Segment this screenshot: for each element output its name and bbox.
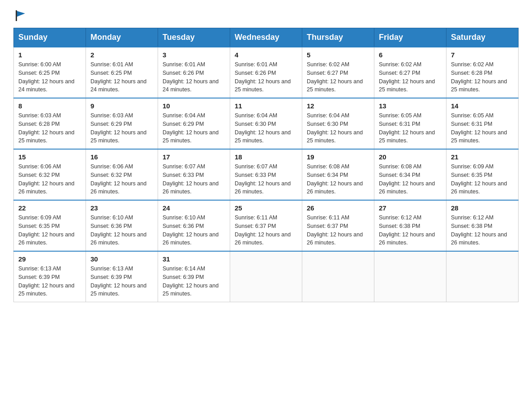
day-info: Sunrise: 6:07 AM Sunset: 6:33 PM Dayligh…	[235, 163, 297, 196]
logo-icon	[14, 9, 28, 22]
calendar-day-empty	[230, 251, 302, 302]
day-info: Sunrise: 6:13 AM Sunset: 6:39 PM Dayligh…	[90, 265, 153, 298]
calendar-day-27: 27 Sunrise: 6:12 AM Sunset: 6:38 PM Dayl…	[374, 200, 446, 251]
day-info: Sunrise: 6:08 AM Sunset: 6:34 PM Dayligh…	[379, 163, 442, 196]
day-number: 2	[90, 51, 153, 59]
calendar-day-14: 14 Sunrise: 6:05 AM Sunset: 6:31 PM Dayl…	[446, 98, 519, 149]
day-number: 6	[379, 51, 442, 59]
calendar-day-empty	[302, 251, 374, 302]
day-number: 13	[379, 102, 442, 110]
day-number: 14	[451, 102, 514, 110]
calendar-day-13: 13 Sunrise: 6:05 AM Sunset: 6:31 PM Dayl…	[374, 98, 446, 149]
day-info: Sunrise: 6:04 AM Sunset: 6:30 PM Dayligh…	[235, 111, 297, 145]
day-number: 10	[163, 102, 225, 110]
calendar-day-18: 18 Sunrise: 6:07 AM Sunset: 6:33 PM Dayl…	[230, 149, 302, 200]
calendar-day-16: 16 Sunrise: 6:06 AM Sunset: 6:32 PM Dayl…	[86, 149, 158, 200]
weekday-header-row: SundayMondayTuesdayWednesdayThursdayFrid…	[14, 28, 519, 47]
calendar-day-25: 25 Sunrise: 6:11 AM Sunset: 6:37 PM Dayl…	[230, 200, 302, 251]
day-number: 11	[235, 102, 297, 110]
day-number: 22	[18, 204, 81, 212]
day-number: 27	[379, 204, 442, 212]
calendar-day-8: 8 Sunrise: 6:03 AM Sunset: 6:28 PM Dayli…	[14, 98, 86, 149]
calendar-day-3: 3 Sunrise: 6:01 AM Sunset: 6:26 PM Dayli…	[158, 47, 230, 98]
day-number: 1	[18, 51, 81, 59]
calendar-day-24: 24 Sunrise: 6:10 AM Sunset: 6:36 PM Dayl…	[158, 200, 230, 251]
calendar-day-15: 15 Sunrise: 6:06 AM Sunset: 6:32 PM Dayl…	[14, 149, 86, 200]
day-info: Sunrise: 6:00 AM Sunset: 6:25 PM Dayligh…	[18, 60, 81, 94]
svg-rect-1	[16, 10, 17, 21]
day-info: Sunrise: 6:05 AM Sunset: 6:31 PM Dayligh…	[379, 111, 442, 145]
weekday-header-saturday: Saturday	[446, 28, 519, 47]
calendar-day-5: 5 Sunrise: 6:02 AM Sunset: 6:27 PM Dayli…	[302, 47, 374, 98]
day-number: 25	[235, 204, 297, 212]
day-info: Sunrise: 6:04 AM Sunset: 6:29 PM Dayligh…	[163, 111, 225, 145]
day-info: Sunrise: 6:12 AM Sunset: 6:38 PM Dayligh…	[451, 214, 514, 247]
calendar-day-11: 11 Sunrise: 6:04 AM Sunset: 6:30 PM Dayl…	[230, 98, 302, 149]
day-info: Sunrise: 6:04 AM Sunset: 6:30 PM Dayligh…	[307, 111, 369, 145]
day-info: Sunrise: 6:02 AM Sunset: 6:27 PM Dayligh…	[379, 60, 442, 94]
calendar-day-23: 23 Sunrise: 6:10 AM Sunset: 6:36 PM Dayl…	[86, 200, 158, 251]
day-number: 28	[451, 204, 514, 212]
day-info: Sunrise: 6:10 AM Sunset: 6:36 PM Dayligh…	[163, 214, 225, 247]
calendar-day-12: 12 Sunrise: 6:04 AM Sunset: 6:30 PM Dayl…	[302, 98, 374, 149]
day-number: 23	[90, 204, 153, 212]
calendar-day-26: 26 Sunrise: 6:11 AM Sunset: 6:37 PM Dayl…	[302, 200, 374, 251]
calendar-week-4: 22 Sunrise: 6:09 AM Sunset: 6:35 PM Dayl…	[14, 200, 519, 251]
day-info: Sunrise: 6:13 AM Sunset: 6:39 PM Dayligh…	[18, 265, 81, 298]
svg-marker-0	[16, 11, 25, 17]
calendar-table: SundayMondayTuesdayWednesdayThursdayFrid…	[13, 28, 519, 302]
calendar-day-1: 1 Sunrise: 6:00 AM Sunset: 6:25 PM Dayli…	[14, 47, 86, 98]
calendar-day-19: 19 Sunrise: 6:08 AM Sunset: 6:34 PM Dayl…	[302, 149, 374, 200]
day-info: Sunrise: 6:12 AM Sunset: 6:38 PM Dayligh…	[379, 214, 442, 247]
day-info: Sunrise: 6:05 AM Sunset: 6:31 PM Dayligh…	[451, 111, 514, 145]
calendar-week-3: 15 Sunrise: 6:06 AM Sunset: 6:32 PM Dayl…	[14, 149, 519, 200]
day-info: Sunrise: 6:11 AM Sunset: 6:37 PM Dayligh…	[235, 214, 297, 247]
day-number: 17	[163, 153, 225, 161]
day-number: 15	[18, 153, 81, 161]
calendar-day-2: 2 Sunrise: 6:01 AM Sunset: 6:25 PM Dayli…	[86, 47, 158, 98]
weekday-header-monday: Monday	[86, 28, 158, 47]
day-info: Sunrise: 6:10 AM Sunset: 6:36 PM Dayligh…	[90, 214, 153, 247]
calendar-week-2: 8 Sunrise: 6:03 AM Sunset: 6:28 PM Dayli…	[14, 98, 519, 149]
day-info: Sunrise: 6:14 AM Sunset: 6:39 PM Dayligh…	[163, 265, 225, 298]
weekday-header-wednesday: Wednesday	[230, 28, 302, 47]
day-info: Sunrise: 6:07 AM Sunset: 6:33 PM Dayligh…	[163, 163, 225, 196]
calendar-day-empty	[374, 251, 446, 302]
day-info: Sunrise: 6:08 AM Sunset: 6:34 PM Dayligh…	[307, 163, 369, 196]
day-info: Sunrise: 6:03 AM Sunset: 6:29 PM Dayligh…	[90, 111, 153, 145]
day-number: 7	[451, 51, 514, 59]
calendar-day-22: 22 Sunrise: 6:09 AM Sunset: 6:35 PM Dayl…	[14, 200, 86, 251]
day-info: Sunrise: 6:06 AM Sunset: 6:32 PM Dayligh…	[18, 163, 81, 196]
day-number: 20	[379, 153, 442, 161]
calendar-day-20: 20 Sunrise: 6:08 AM Sunset: 6:34 PM Dayl…	[374, 149, 446, 200]
day-number: 18	[235, 153, 297, 161]
weekday-header-thursday: Thursday	[302, 28, 374, 47]
calendar-day-21: 21 Sunrise: 6:09 AM Sunset: 6:35 PM Dayl…	[446, 149, 519, 200]
day-number: 31	[163, 255, 225, 263]
day-number: 21	[451, 153, 514, 161]
day-number: 12	[307, 102, 369, 110]
day-info: Sunrise: 6:09 AM Sunset: 6:35 PM Dayligh…	[18, 214, 81, 247]
calendar-week-1: 1 Sunrise: 6:00 AM Sunset: 6:25 PM Dayli…	[14, 47, 519, 98]
calendar-day-6: 6 Sunrise: 6:02 AM Sunset: 6:27 PM Dayli…	[374, 47, 446, 98]
day-info: Sunrise: 6:01 AM Sunset: 6:25 PM Dayligh…	[90, 60, 153, 94]
calendar-day-10: 10 Sunrise: 6:04 AM Sunset: 6:29 PM Dayl…	[158, 98, 230, 149]
calendar-day-31: 31 Sunrise: 6:14 AM Sunset: 6:39 PM Dayl…	[158, 251, 230, 302]
day-number: 30	[90, 255, 153, 263]
day-number: 26	[307, 204, 369, 212]
day-info: Sunrise: 6:11 AM Sunset: 6:37 PM Dayligh…	[307, 214, 369, 247]
calendar-day-empty	[446, 251, 519, 302]
day-info: Sunrise: 6:02 AM Sunset: 6:27 PM Dayligh…	[307, 60, 369, 94]
day-number: 16	[90, 153, 153, 161]
day-info: Sunrise: 6:01 AM Sunset: 6:26 PM Dayligh…	[163, 60, 225, 94]
day-info: Sunrise: 6:03 AM Sunset: 6:28 PM Dayligh…	[18, 111, 81, 145]
calendar-day-9: 9 Sunrise: 6:03 AM Sunset: 6:29 PM Dayli…	[86, 98, 158, 149]
day-info: Sunrise: 6:06 AM Sunset: 6:32 PM Dayligh…	[90, 163, 153, 196]
day-number: 9	[90, 102, 153, 110]
day-number: 5	[307, 51, 369, 59]
calendar-day-4: 4 Sunrise: 6:01 AM Sunset: 6:26 PM Dayli…	[230, 47, 302, 98]
calendar-day-17: 17 Sunrise: 6:07 AM Sunset: 6:33 PM Dayl…	[158, 149, 230, 200]
calendar-day-30: 30 Sunrise: 6:13 AM Sunset: 6:39 PM Dayl…	[86, 251, 158, 302]
logo	[13, 9, 28, 19]
page-header	[13, 9, 519, 19]
